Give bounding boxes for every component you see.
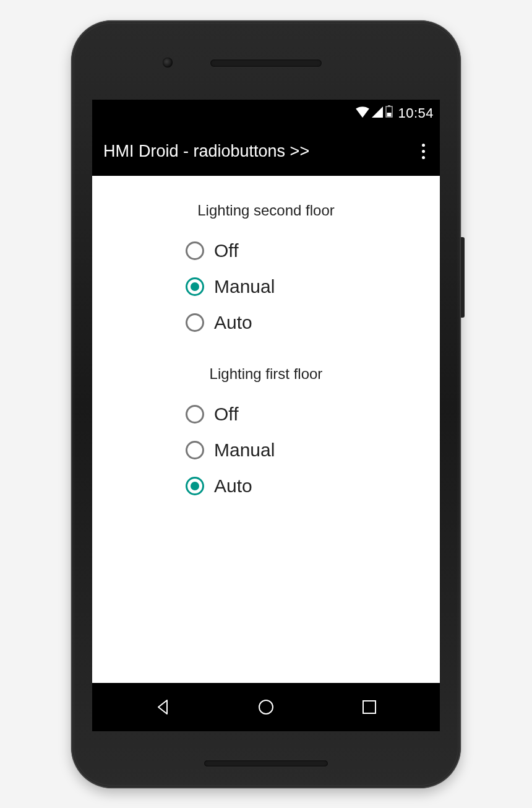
radio-indicator	[186, 313, 204, 332]
svg-rect-4	[363, 701, 375, 713]
status-bar: 10:54	[92, 100, 440, 127]
app-title: HMI Droid - radiobuttons >>	[103, 142, 309, 161]
radio-label: Manual	[214, 276, 275, 297]
cellular-icon	[372, 105, 383, 121]
radio-label: Off	[214, 404, 238, 425]
radio-group: Lighting first floor Off Manual Auto	[92, 365, 440, 504]
radio-indicator	[186, 441, 204, 459]
radio-option[interactable]: Manual	[186, 269, 346, 305]
radio-indicator	[186, 277, 204, 296]
phone-frame: 10:54 HMI Droid - radiobuttons >> Lighti…	[71, 20, 461, 788]
radio-indicator	[186, 241, 204, 260]
front-camera	[163, 58, 173, 67]
svg-point-3	[259, 700, 273, 714]
options-list: Off Manual Auto	[186, 233, 346, 341]
radio-label: Manual	[214, 440, 275, 461]
earpiece	[210, 59, 322, 67]
battery-icon	[385, 105, 393, 121]
options-list: Off Manual Auto	[186, 396, 346, 504]
app-bar: HMI Droid - radiobuttons >>	[92, 127, 440, 176]
radio-indicator	[186, 405, 204, 424]
power-button[interactable]	[461, 237, 465, 318]
status-right: 10:54	[356, 105, 434, 121]
group-title: Lighting first floor	[92, 365, 440, 383]
home-button[interactable]	[255, 696, 277, 718]
navigation-bar	[92, 683, 440, 731]
radio-option[interactable]: Off	[186, 233, 346, 269]
group-title: Lighting second floor	[92, 202, 440, 219]
radio-label: Off	[214, 240, 238, 261]
radio-option[interactable]: Manual	[186, 432, 346, 468]
wifi-icon	[356, 105, 369, 121]
svg-rect-2	[387, 113, 392, 116]
radio-option[interactable]: Auto	[186, 468, 346, 504]
recents-button[interactable]	[358, 696, 380, 718]
status-clock: 10:54	[398, 105, 434, 121]
screen: 10:54 HMI Droid - radiobuttons >> Lighti…	[92, 100, 440, 731]
radio-label: Auto	[214, 312, 252, 333]
radio-label: Auto	[214, 476, 252, 497]
overflow-menu-button[interactable]	[418, 140, 429, 163]
back-button[interactable]	[152, 696, 174, 718]
radio-group: Lighting second floor Off Manual Auto	[92, 202, 440, 341]
radio-indicator	[186, 477, 204, 495]
content: Lighting second floor Off Manual Auto	[92, 176, 440, 683]
bottom-speaker	[204, 760, 328, 767]
radio-option[interactable]: Off	[186, 396, 346, 432]
radio-option[interactable]: Auto	[186, 305, 346, 341]
device-stage: 10:54 HMI Droid - radiobuttons >> Lighti…	[0, 0, 532, 808]
